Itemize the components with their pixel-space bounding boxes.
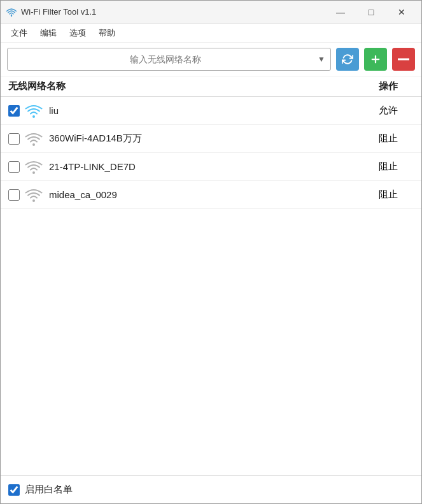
wifi-icon	[25, 160, 43, 174]
maximize-button[interactable]: □	[356, 3, 386, 22]
remove-button[interactable]	[392, 48, 415, 71]
menu-options[interactable]: 选项	[63, 25, 92, 41]
footer: 启用白名单	[1, 475, 421, 503]
row-ssid: 21-4TP-LINK_DE7D	[49, 161, 363, 172]
wifi-icon	[25, 132, 43, 146]
remove-icon	[398, 57, 409, 61]
row-action: 阻止	[363, 189, 414, 201]
menu-bar: 文件 编辑 选项 帮助	[1, 24, 421, 43]
row-action: 阻止	[363, 161, 414, 173]
table-body: liu允许 360WiFi-4AD14B万万阻止 21-4TP-LINK_DE7…	[1, 97, 421, 475]
row-ssid: liu	[49, 105, 363, 116]
svg-point-4	[32, 143, 35, 146]
row-ssid: 360WiFi-4AD14B万万	[49, 133, 363, 145]
col-header-name: 无线网络名称	[8, 80, 363, 92]
refresh-icon	[342, 54, 353, 65]
table-row: 21-4TP-LINK_DE7D阻止	[1, 153, 421, 181]
title-bar: Wi-Fi Filter Tool v1.1 — □ ✕	[1, 1, 421, 24]
close-button[interactable]: ✕	[387, 3, 416, 22]
row-checkbox[interactable]	[8, 161, 20, 173]
table-row: midea_ca_0029阻止	[1, 181, 421, 209]
row-action: 允许	[363, 104, 414, 117]
table-row: 360WiFi-4AD14B万万阻止	[1, 125, 421, 153]
svg-point-3	[32, 115, 35, 118]
col-header-action: 操作	[363, 80, 414, 92]
window-controls: — □ ✕	[326, 3, 416, 22]
row-checkbox[interactable]	[8, 189, 20, 201]
whitelist-label[interactable]: 启用白名单	[25, 484, 73, 496]
svg-point-5	[32, 171, 35, 174]
row-checkbox[interactable]	[8, 133, 20, 145]
search-combobox[interactable]: ▼	[7, 48, 331, 71]
menu-file[interactable]: 文件	[4, 25, 34, 41]
add-icon	[370, 54, 381, 65]
search-input[interactable]	[13, 54, 318, 64]
refresh-button[interactable]	[336, 48, 359, 71]
svg-point-6	[32, 199, 35, 202]
table-header: 无线网络名称 操作	[1, 76, 421, 97]
row-checkbox[interactable]	[8, 105, 20, 117]
row-ssid: midea_ca_0029	[49, 189, 363, 200]
add-button[interactable]	[364, 48, 387, 71]
toolbar: ▼	[1, 43, 421, 76]
app-icon	[6, 6, 17, 18]
row-action: 阻止	[363, 133, 414, 145]
menu-edit[interactable]: 编辑	[34, 25, 63, 41]
wifi-icon	[25, 104, 43, 118]
window-title: Wi-Fi Filter Tool v1.1	[21, 7, 326, 17]
main-window: Wi-Fi Filter Tool v1.1 — □ ✕ 文件 编辑 选项 帮助…	[0, 0, 422, 504]
table-row: liu允许	[1, 97, 421, 125]
menu-help[interactable]: 帮助	[92, 25, 122, 41]
combo-arrow-icon[interactable]: ▼	[318, 55, 325, 64]
whitelist-checkbox[interactable]	[8, 484, 20, 496]
wifi-icon	[25, 188, 43, 202]
minimize-button[interactable]: —	[326, 3, 355, 22]
